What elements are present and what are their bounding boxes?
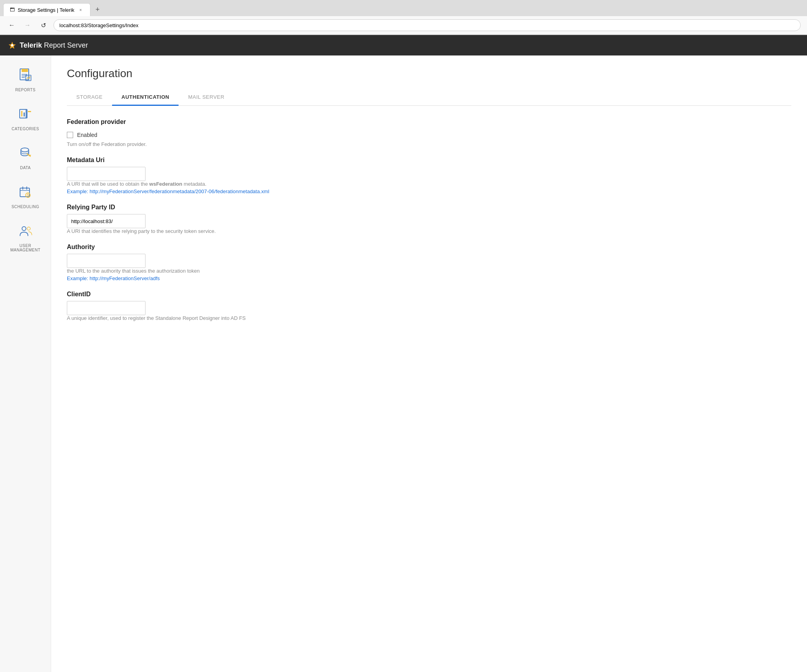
scheduling-icon <box>16 183 35 201</box>
logo-icon <box>8 41 17 50</box>
tab-title: Storage Settings | Telerik <box>18 7 74 13</box>
logo-text: Telerik Report Server <box>20 41 88 50</box>
federation-provider-section: Federation provider Enabled Turn on/off … <box>67 118 791 321</box>
tab-mail-server[interactable]: MAIL SERVER <box>179 89 234 106</box>
enabled-hint: Turn on/off the Federation provider. <box>67 141 791 147</box>
reports-icon <box>16 66 35 85</box>
sidebar-item-data[interactable]: DATA <box>0 137 51 176</box>
authority-input[interactable] <box>67 254 146 268</box>
reload-button[interactable]: ↺ <box>38 20 49 31</box>
sidebar-item-categories[interactable]: CATEGORIES <box>0 98 51 137</box>
address-bar[interactable] <box>53 19 801 31</box>
client-id-input[interactable] <box>67 301 146 315</box>
config-tabs: STORAGE AUTHENTICATION MAIL SERVER <box>67 89 791 106</box>
client-id-field-group: ClientID A unique identifier, used to re… <box>67 291 791 321</box>
svg-rect-8 <box>21 111 22 116</box>
svg-point-21 <box>22 227 26 231</box>
sidebar-item-label-data: DATA <box>20 166 31 170</box>
authority-example: Example: http://myFederationServer/adfs <box>67 275 791 281</box>
relying-party-hint: A URI that identifies the relying party … <box>67 228 791 234</box>
metadata-uri-example-link[interactable]: http://myFederationServer/federationmeta… <box>90 188 269 194</box>
nav-bar: ← → ↺ <box>0 16 807 35</box>
app-logo: Telerik Report Server <box>8 41 88 50</box>
svg-point-12 <box>21 148 29 152</box>
main-content: Configuration STORAGE AUTHENTICATION MAI… <box>51 55 807 672</box>
relying-party-label: Relying Party ID <box>67 204 791 211</box>
enabled-label: Enabled <box>77 132 97 138</box>
sidebar-item-label-user-management: USER MANAGEMENT <box>4 244 47 252</box>
tab-storage[interactable]: STORAGE <box>67 89 112 106</box>
svg-rect-2 <box>22 69 28 72</box>
sidebar-item-user-management[interactable]: USER MANAGEMENT <box>0 215 51 258</box>
authority-field-group: Authority the URL to the authority that … <box>67 244 791 281</box>
metadata-uri-example-prefix: Example: <box>67 188 90 194</box>
sidebar-item-label-reports: REPORTS <box>15 88 36 92</box>
metadata-uri-label: Metadata Uri <box>67 157 791 164</box>
tab-favicon: 🗔 <box>10 7 15 13</box>
forward-button[interactable]: → <box>22 20 33 31</box>
svg-point-0 <box>11 44 13 46</box>
client-id-label: ClientID <box>67 291 791 298</box>
svg-point-13 <box>29 155 30 156</box>
tab-close-button[interactable]: × <box>77 7 84 13</box>
back-button[interactable]: ← <box>6 20 17 31</box>
relying-party-field-group: Relying Party ID A URI that identifies t… <box>67 204 791 234</box>
authority-label: Authority <box>67 244 791 251</box>
browser-chrome: 🗔 Storage Settings | Telerik × + ← → ↺ <box>0 0 807 35</box>
metadata-uri-hint: A URI that will be used to obtain the ws… <box>67 181 791 187</box>
tab-authentication[interactable]: AUTHENTICATION <box>112 89 179 106</box>
metadata-uri-example: Example: http://myFederationServer/feder… <box>67 188 791 194</box>
new-tab-button[interactable]: + <box>92 4 103 15</box>
authority-example-prefix: Example: <box>67 275 90 281</box>
metadata-uri-input[interactable] <box>67 167 146 181</box>
enabled-checkbox-row: Enabled <box>67 132 791 138</box>
section-title: Federation provider <box>67 118 791 126</box>
metadata-uri-field-group: Metadata Uri A URI that will be used to … <box>67 157 791 194</box>
user-management-icon <box>16 222 35 240</box>
page-title: Configuration <box>67 67 791 80</box>
svg-rect-9 <box>24 113 25 116</box>
sidebar: REPORTS CATEGORIES <box>0 55 51 672</box>
sidebar-item-scheduling[interactable]: SCHEDULING <box>0 176 51 215</box>
tab-bar: 🗔 Storage Settings | Telerik × + <box>0 0 807 16</box>
app-body: REPORTS CATEGORIES <box>0 55 807 672</box>
authority-example-link[interactable]: http://myFederationServer/adfs <box>90 275 160 281</box>
sidebar-item-label-categories: CATEGORIES <box>12 127 39 131</box>
enabled-field-group: Enabled Turn on/off the Federation provi… <box>67 132 791 147</box>
data-icon <box>16 144 35 162</box>
sidebar-item-reports[interactable]: REPORTS <box>0 59 51 98</box>
categories-icon <box>16 105 35 124</box>
enabled-checkbox[interactable] <box>67 132 73 138</box>
authority-hint: the URL to the authority that issues the… <box>67 268 791 274</box>
svg-point-22 <box>27 227 30 230</box>
svg-rect-11 <box>28 111 31 112</box>
app-header: Telerik Report Server <box>0 35 807 55</box>
sidebar-item-label-scheduling: SCHEDULING <box>11 205 39 209</box>
client-id-hint: A unique identifier, used to register th… <box>67 315 791 321</box>
relying-party-input[interactable] <box>67 214 146 228</box>
browser-tab[interactable]: 🗔 Storage Settings | Telerik × <box>3 3 90 16</box>
